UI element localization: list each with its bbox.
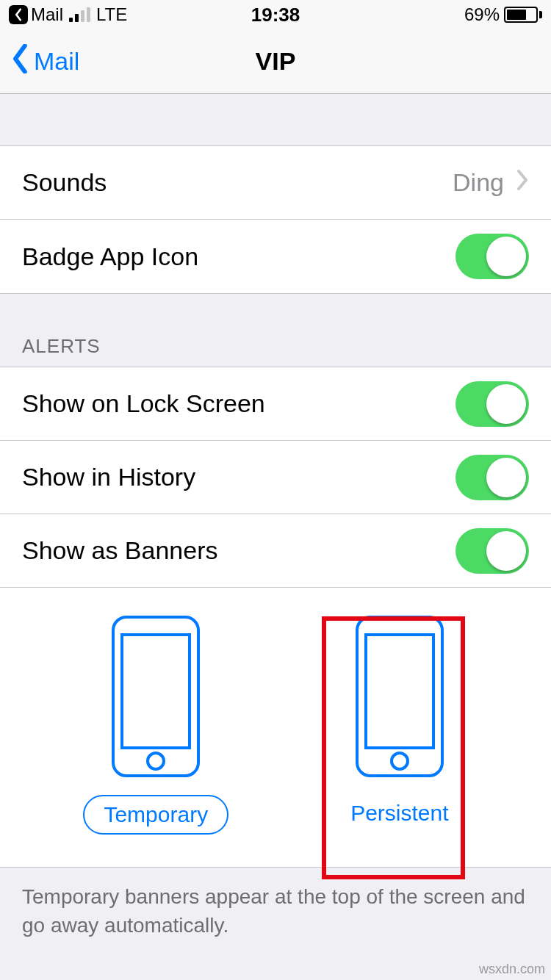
battery-percent: 69%: [464, 4, 500, 25]
history-label: Show in History: [22, 463, 195, 491]
svg-rect-2: [126, 641, 185, 654]
carrier-label: LTE: [96, 4, 127, 25]
banner-footer-text: Temporary banners appear at the top of t…: [0, 868, 551, 962]
nav-bar: Mail VIP: [0, 29, 551, 94]
row-badge-app-icon: Badge App Icon: [0, 220, 551, 293]
lock-screen-label: Show on Lock Screen: [22, 389, 265, 418]
nav-title: VIP: [0, 47, 551, 76]
cellular-signal-icon: [69, 7, 90, 22]
row-banners: Show as Banners: [0, 514, 551, 588]
banners-label: Show as Banners: [22, 536, 218, 565]
section-spacer: [0, 94, 551, 145]
sounds-value: Ding: [453, 168, 504, 197]
history-toggle[interactable]: [455, 455, 529, 500]
banner-option-temporary[interactable]: Temporary: [83, 614, 228, 835]
status-back-to-app[interactable]: Mail: [9, 4, 63, 25]
section-alerts: Show on Lock Screen Show in History Show…: [0, 367, 551, 868]
back-app-chevron-icon: [9, 5, 28, 24]
banners-toggle[interactable]: [455, 528, 529, 574]
badge-toggle[interactable]: [455, 234, 529, 279]
phone-temporary-icon: [110, 614, 201, 779]
row-history: Show in History: [0, 441, 551, 514]
alerts-header: ALERTS: [0, 294, 551, 367]
banner-style-row: Temporary Persistent: [0, 588, 551, 868]
badge-label: Badge App Icon: [22, 242, 198, 271]
section-general: Sounds Ding Badge App Icon: [0, 145, 551, 294]
sounds-label: Sounds: [22, 168, 107, 197]
svg-point-3: [148, 753, 164, 769]
row-lock-screen: Show on Lock Screen: [0, 367, 551, 441]
lock-screen-toggle[interactable]: [455, 381, 529, 427]
annotation-highlight-persistent: [322, 616, 465, 879]
battery-icon: [504, 7, 542, 23]
status-back-app-label: Mail: [31, 4, 63, 25]
row-sounds[interactable]: Sounds Ding: [0, 146, 551, 220]
temporary-label: Temporary: [83, 795, 228, 835]
chevron-right-icon: [516, 168, 529, 197]
svg-rect-1: [122, 635, 190, 748]
status-bar: Mail LTE 19:38 69%: [0, 0, 551, 29]
options-header: OPTIONS: [0, 962, 551, 980]
watermark: wsxdn.com: [479, 962, 545, 977]
